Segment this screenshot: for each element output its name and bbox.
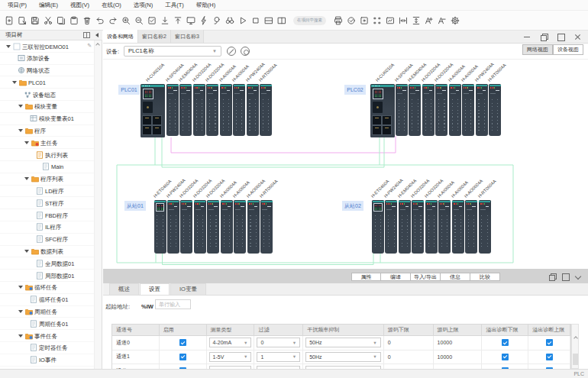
monitor-icon[interactable] bbox=[185, 15, 196, 27]
expander-icon[interactable] bbox=[18, 286, 23, 289]
select-测量类型[interactable]: 4-20mA▼ bbox=[209, 338, 252, 347]
table-scrollbar[interactable] bbox=[571, 324, 579, 369]
view-button-设备视图[interactable]: 设备视图 bbox=[553, 44, 583, 55]
tree-item-局部数据01[interactable]: 局部数据01 bbox=[0, 270, 95, 282]
minimize-icon[interactable] bbox=[519, 31, 535, 43]
expander-icon[interactable] bbox=[18, 310, 23, 313]
fit-width-icon[interactable] bbox=[397, 15, 409, 27]
cpu-module[interactable] bbox=[141, 84, 165, 137]
select-干扰频率抑制[interactable]: 50Hz▼ bbox=[305, 352, 381, 362]
tree-item-主任务[interactable]: 主任务 bbox=[0, 137, 95, 149]
io-module[interactable] bbox=[435, 84, 447, 136]
io-module[interactable] bbox=[462, 84, 474, 136]
settings-icon[interactable] bbox=[449, 15, 460, 27]
io-module[interactable] bbox=[412, 200, 424, 254]
fit-height-icon[interactable] bbox=[410, 15, 422, 27]
tree-scrollbar[interactable] bbox=[94, 40, 102, 369]
rack-label-从站02[interactable]: 从站02 bbox=[342, 201, 363, 211]
expander-icon[interactable] bbox=[18, 334, 23, 338]
tree-item-周期任务01[interactable]: 周期任务01 bbox=[0, 318, 95, 330]
zoom-in-icon[interactable] bbox=[120, 15, 131, 27]
tab-窗口名称3[interactable]: 窗口名称3 bbox=[171, 30, 204, 43]
search-in-project[interactable]: 在项目中搜索 bbox=[293, 16, 326, 25]
io-module[interactable] bbox=[221, 200, 233, 254]
menu-item-4[interactable]: 选项(N) bbox=[128, 2, 159, 9]
tree-item-定时器任务[interactable]: 定时器任务 bbox=[0, 342, 95, 354]
io-module[interactable] bbox=[260, 200, 273, 254]
delete-icon[interactable] bbox=[81, 15, 92, 27]
io-module[interactable] bbox=[438, 200, 451, 254]
io-module[interactable] bbox=[179, 84, 192, 136]
expander-icon[interactable] bbox=[12, 81, 17, 84]
panel-button-编译[interactable]: 编译 bbox=[381, 273, 411, 281]
checkbox[interactable] bbox=[546, 339, 553, 346]
tab-设备和网络[interactable]: 设备和网络 bbox=[103, 30, 138, 43]
collapse-sidebar-icon[interactable] bbox=[95, 33, 99, 37]
maximize-icon[interactable] bbox=[552, 31, 569, 43]
corner-dots-icon[interactable] bbox=[371, 15, 383, 27]
tree-item-IO事件[interactable]: IO事件 bbox=[0, 354, 95, 367]
tree-item-程序[interactable]: 程序 bbox=[0, 125, 95, 137]
undo-icon[interactable] bbox=[94, 15, 105, 27]
checkbox[interactable] bbox=[502, 354, 509, 360]
cell-源码上限[interactable]: 10000 bbox=[434, 336, 483, 350]
new-file-icon[interactable] bbox=[3, 15, 15, 27]
tree-item-SFC程序[interactable]: SFC程序 bbox=[0, 234, 95, 246]
select-过滤[interactable]: 1▼ bbox=[257, 352, 300, 362]
panel-tab-概述[interactable]: 概述 bbox=[109, 283, 139, 295]
redo-icon[interactable] bbox=[107, 15, 118, 27]
io-module[interactable] bbox=[422, 84, 435, 136]
io-module[interactable] bbox=[193, 84, 205, 136]
tree-item-循环任务01[interactable]: 循环任务01 bbox=[0, 294, 95, 306]
io-module[interactable] bbox=[207, 200, 219, 254]
maximize-panel-icon[interactable] bbox=[559, 271, 572, 283]
menu-item-1[interactable]: 编辑(E) bbox=[33, 2, 64, 9]
check-circle-icon[interactable] bbox=[345, 15, 357, 27]
cpu-module[interactable] bbox=[370, 84, 395, 137]
panel-tab-设置[interactable]: 设置 bbox=[140, 283, 170, 295]
io-module[interactable] bbox=[260, 84, 272, 136]
rack-label-PLC02[interactable]: PLC02 bbox=[344, 85, 366, 95]
copy-icon[interactable] bbox=[55, 15, 66, 27]
stop-icon[interactable] bbox=[250, 15, 261, 27]
font-increase-icon[interactable] bbox=[423, 15, 435, 27]
expander-icon[interactable] bbox=[18, 105, 23, 108]
paste-icon[interactable] bbox=[68, 15, 79, 27]
hide-icon[interactable] bbox=[227, 47, 236, 56]
menu-item-2[interactable]: 视图(V) bbox=[64, 2, 95, 9]
cell-通道号[interactable]: 通道1 bbox=[112, 351, 160, 364]
split-vertical-icon[interactable] bbox=[276, 15, 287, 27]
collapse-panel-icon[interactable] bbox=[572, 271, 585, 283]
menu-item-3[interactable]: 在线(O) bbox=[95, 2, 128, 9]
tree-item-事件任务[interactable]: 事件任务 bbox=[0, 330, 95, 342]
panel-button-比较[interactable]: 比较 bbox=[470, 273, 500, 281]
close-icon[interactable] bbox=[569, 31, 586, 43]
io-module[interactable] bbox=[206, 84, 218, 136]
tree-item-LD程序[interactable]: LD程序 bbox=[0, 186, 95, 198]
network-canvas[interactable]: PLC01H-CU6010AH-SP0404AH-EM0404AH-DO3204… bbox=[103, 60, 588, 269]
select-干扰频率抑制[interactable]: 50Hz▼ bbox=[305, 338, 381, 347]
print-icon[interactable] bbox=[332, 15, 344, 27]
tab-窗口名称2[interactable]: 窗口名称2 bbox=[138, 30, 171, 43]
restore-panel-icon[interactable] bbox=[546, 271, 559, 283]
menu-item-5[interactable]: 工具(T) bbox=[159, 2, 190, 9]
io-module[interactable] bbox=[167, 200, 179, 254]
binoculars-icon[interactable] bbox=[224, 15, 235, 27]
checkbox[interactable] bbox=[179, 354, 186, 360]
edit-icon[interactable]: ✎ bbox=[87, 43, 92, 49]
io-module[interactable] bbox=[465, 200, 477, 254]
expander-icon[interactable] bbox=[6, 45, 11, 48]
tree-item-数据列表[interactable]: 数据列表 bbox=[0, 246, 95, 258]
tree-item-PLC01[interactable]: PLC01 bbox=[0, 76, 95, 89]
download-icon[interactable] bbox=[159, 15, 170, 27]
cell-通道号[interactable]: 通道0 bbox=[112, 336, 160, 350]
tree-item-FBD程序[interactable]: FBD程序 bbox=[0, 209, 95, 221]
panel-button-导入/导出[interactable]: 导入/导出 bbox=[411, 273, 441, 281]
tree-item-周期任务[interactable]: 周期任务 bbox=[0, 306, 95, 318]
device-select[interactable]: PLC1名称▼ bbox=[124, 46, 221, 57]
cut-icon[interactable] bbox=[42, 15, 53, 27]
tree-item-ST程序[interactable]: ST程序 bbox=[0, 197, 95, 209]
io-module[interactable] bbox=[247, 84, 259, 136]
expander-icon[interactable] bbox=[24, 141, 29, 144]
menu-item-6[interactable]: 帮助(H) bbox=[190, 2, 221, 9]
